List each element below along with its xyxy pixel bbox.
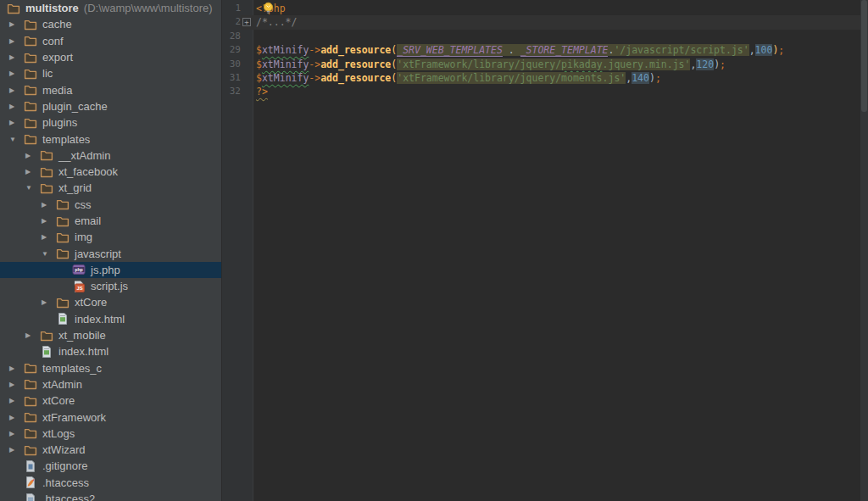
project-tree: multistore(D:\wamp\www\multistore)▶cache… [0,0,221,501]
code-token: xtMinify [262,44,309,56]
scrollbar-thumb[interactable] [861,0,867,112]
tree-item-label: xtAdmin [42,378,82,391]
code-line[interactable]: 2+/*...*/ [222,15,868,29]
tree-item-xtadmin[interactable]: ▶xtAdmin [0,376,221,392]
folder-icon [24,34,37,47]
tree-item-cache[interactable]: ▶cache [0,16,221,32]
code-token: xtMinify [262,72,309,84]
code-token: $ [256,44,262,56]
chevron-right-icon[interactable]: ▶ [23,327,40,343]
svg-text:php: php [75,267,83,272]
intention-bulb-icon[interactable] [262,2,275,15]
code-text: /*...*/ [253,15,868,29]
tree-item-templates-c[interactable]: ▶templates_c [0,360,221,376]
chevron-right-icon[interactable]: ▶ [7,98,24,114]
tree-item-img[interactable]: ▶img [0,229,221,245]
chevron-right-icon[interactable]: ▶ [39,213,56,229]
line-number[interactable]: 29 [222,43,241,57]
code-token: 'xtFramework/library/jquery/ [397,58,561,70]
tree-item-label: img [75,231,92,243]
chevron-down-icon[interactable]: ▼ [7,131,24,148]
folder-icon [40,148,53,162]
tree-item-xtlogs[interactable]: ▶xtLogs [0,426,221,442]
tree-item-xtframework[interactable]: ▶xtFramework [0,409,221,425]
editor-pane[interactable]: 1<?php2+/*...*/2829$xtMinify->add_resour… [222,0,868,501]
folder-icon [24,132,37,146]
code-line[interactable]: 32?> [222,85,868,98]
file-icon [24,493,37,501]
htaccess-file-icon [24,476,37,489]
line-number[interactable]: 31 [222,71,241,85]
tree-item-css[interactable]: ▶css [0,197,221,213]
tree-item-xt-facebook[interactable]: ▶xt_facebook [0,164,221,180]
tree-item-javascript[interactable]: ▼javascript [0,245,221,261]
chevron-right-icon[interactable]: ▶ [7,82,24,98]
tree-item-conf[interactable]: ▶conf [0,33,221,49]
editor-scrollbar[interactable] [860,0,868,501]
tree-item-xtwizard[interactable]: ▶xtWizard [0,442,221,458]
chevron-right-icon[interactable]: ▶ [7,360,24,376]
tree-item-plugin-cache[interactable]: ▶plugin_cache [0,98,221,114]
tree-item-label: css [75,198,92,211]
tree-item-label: xtLogs [42,427,75,440]
chevron-down-icon[interactable]: ▼ [23,180,40,196]
line-number[interactable]: 28 [222,30,241,43]
tree-item-index-html[interactable]: index.html [0,343,221,359]
chevron-right-icon[interactable]: ▶ [7,16,24,32]
tree-item-templates[interactable]: ▼templates [0,131,221,147]
tree-item-xtadmin[interactable]: ▶__xtAdmin [0,148,221,164]
code-token: 100 [755,44,773,56]
chevron-right-icon[interactable]: ▶ [7,442,24,458]
tree-item-multistore[interactable]: multistore(D:\wamp\www\multistore) [0,0,221,16]
tree-item-xtcore[interactable]: ▶xtCore [0,294,221,310]
tree-item-label: xt_mobile [58,329,106,342]
code-line[interactable]: 30$xtMinify->add_resource('xtFramework/l… [222,58,868,71]
tree-item-email[interactable]: ▶email [0,213,221,229]
tree-item-export[interactable]: ▶export [0,49,221,65]
code-line[interactable]: 29$xtMinify->add_resource(_SRV_WEB_TEMPL… [222,43,868,57]
chevron-right-icon[interactable]: ▶ [39,197,56,213]
chevron-right-icon[interactable]: ▶ [39,229,56,245]
tree-item-xtcore[interactable]: ▶xtCore [0,392,221,409]
chevron-right-icon[interactable]: ▶ [23,148,40,164]
code-token: ; [778,44,784,56]
tree-item-script-js[interactable]: JSscript.js [0,278,221,294]
chevron-right-icon[interactable]: ▶ [7,49,24,65]
chevron-right-icon[interactable]: ▶ [7,409,24,426]
tree-item-plugins[interactable]: ▶plugins [0,114,221,131]
line-number[interactable]: 30 [222,58,241,71]
code-line[interactable]: 28 [222,30,868,43]
line-number[interactable]: 2 [222,15,241,29]
tree-item-label: xt_grid [58,181,92,194]
chevron-right-icon[interactable]: ▶ [7,392,24,409]
chevron-right-icon[interactable]: ▶ [7,114,24,131]
code-line[interactable]: 1<?php [222,2,868,15]
line-number[interactable]: 1 [222,2,241,15]
tree-item-label: xtCore [42,394,75,407]
tree-item-label: xtWizard [42,443,86,456]
chevron-right-icon[interactable]: ▶ [7,426,24,442]
ide-window: multistore(D:\wamp\www\multistore)▶cache… [0,0,868,501]
tree-item-js-php[interactable]: phpjs.php [0,262,221,278]
folder-icon [56,296,70,309]
tree-item-xt-grid[interactable]: ▼xt_grid [0,180,221,196]
chevron-down-icon[interactable]: ▼ [39,246,56,262]
chevron-right-icon[interactable]: ▶ [23,164,40,180]
chevron-right-icon[interactable]: ▶ [7,65,24,81]
tree-item-lic[interactable]: ▶lic [0,65,221,81]
code-token: $ [256,58,262,70]
tree-item-htaccess2[interactable]: .htaccess2 [0,491,221,501]
chevron-right-icon[interactable]: ▶ [7,376,24,392]
tree-item-htaccess[interactable]: .htaccess [0,475,221,491]
tree-item-gitignore[interactable]: .gitignore [0,458,221,474]
tree-item-label: script.js [91,280,128,292]
tree-item-media[interactable]: ▶media [0,81,221,97]
tree-item-label: xtFramework [42,411,106,424]
tree-item-xt-mobile[interactable]: ▶xt_mobile [0,327,221,343]
chevron-right-icon[interactable]: ▶ [39,294,56,310]
tree-item-index-html[interactable]: index.html [0,311,221,327]
chevron-right-icon[interactable]: ▶ [7,33,24,49]
fold-expand-icon[interactable]: + [242,18,251,26]
code-line[interactable]: 31$xtMinify->add_resource('xtFramework/l… [222,71,868,85]
line-number[interactable]: 32 [222,85,241,98]
